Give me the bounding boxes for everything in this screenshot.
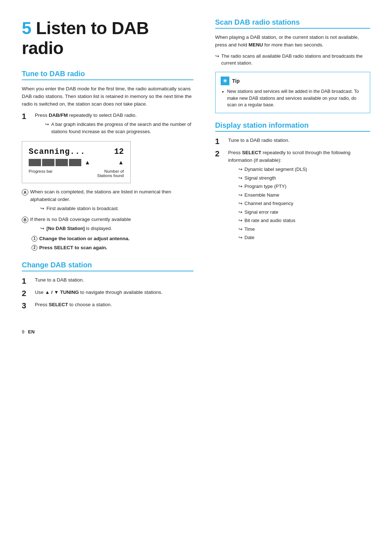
progress-block-1	[29, 159, 41, 166]
step1-arrow-text: A bar graph indicates the progress of th…	[51, 121, 193, 135]
tune-section: Tune to DAB radio When you enter the DAB…	[22, 70, 193, 253]
change-step1-text: Tune to a DAB station.	[35, 277, 84, 283]
circle-a-arrow-text: First available station is broadcast.	[46, 205, 119, 212]
footer: 9 EN	[22, 325, 193, 335]
left-column: 5 Listen to DAB radio Tune to DAB radio …	[22, 18, 197, 335]
circle-a-content: When scan is completed, the stations are…	[30, 188, 193, 213]
tune-steps: 1 Press DAB/FM repeatedly to select DAB …	[22, 112, 193, 136]
display-item-text: Date	[245, 234, 254, 241]
change-step3-text: Press SELECT to choose a station.	[35, 302, 112, 307]
circle-b-item: B If there is no DAB coverage currently …	[22, 216, 193, 253]
change-step3-content: Press SELECT to choose a station.	[35, 301, 193, 309]
change-step-3: 3 Press SELECT to choose a station.	[22, 301, 193, 311]
footer-lang: EN	[28, 329, 34, 335]
right-column: Scan DAB radio stations When playing a D…	[212, 18, 371, 335]
circle-a-item: A When scan is completed, the stations a…	[22, 188, 193, 213]
display-arrow-item: ↪Signal error rate	[228, 209, 371, 216]
display-step2-number: 2	[215, 149, 225, 159]
sub-circle-2: 2 Press SELECT to scan again.	[30, 244, 193, 252]
chapter-title: 5 Listen to DAB radio	[22, 18, 193, 58]
tune-section-title: Tune to DAB radio	[22, 70, 193, 80]
footer-page: 9	[22, 329, 24, 335]
circle-b-arrow: ↪ [No DAB Station] is displayed.	[30, 225, 193, 232]
arrow-sym: ↪	[238, 234, 242, 241]
display-section-title: Display station information	[215, 121, 371, 132]
display-arrow-item: ↪Program type (PTY)	[228, 183, 371, 190]
step1-number: 1	[22, 112, 32, 121]
scan-arrow: ↪ The radio scans all available DAB radi…	[215, 53, 371, 67]
display-item-text: Program type (PTY)	[245, 183, 287, 190]
tip-label: Tip	[232, 78, 240, 84]
circle-b-content: If there is no DAB coverage currently av…	[30, 216, 193, 253]
sub2-text: Press SELECT to scan again.	[39, 244, 107, 252]
circle-a-arrow: ↪ First available station is broadcast.	[30, 205, 193, 212]
circle-a-label: A	[22, 189, 28, 196]
display-item-text: Signal error rate	[245, 209, 278, 216]
display-arrow-item: ↪Signal strength	[228, 175, 371, 182]
scan-intro: When playing a DAB station, or the curre…	[215, 34, 371, 49]
arrow-sym: ↪	[238, 226, 242, 233]
display-item-text: Time	[245, 226, 255, 233]
scan-section: Scan DAB radio stations When playing a D…	[215, 18, 371, 113]
tip-text: New stations and services will be added …	[221, 88, 365, 108]
scanning-row: Scanning... 12	[29, 147, 124, 156]
display-item-text: Ensemble Name	[245, 192, 279, 199]
sub1-text: Change the location or adjust antenna.	[39, 235, 130, 243]
display-arrow-item: ↪Channel and frequency	[228, 200, 371, 207]
scanning-labels: Progress bar Number ofStations found	[29, 169, 124, 178]
progress-block-2	[42, 159, 54, 166]
display-item-text: Signal strength	[245, 175, 276, 182]
arrow-sym: ↪	[238, 166, 242, 173]
display-step1-number: 1	[215, 137, 225, 146]
chapter-number: 5	[22, 19, 31, 38]
display-step2-content: Press SELECT repeatedly to scroll throug…	[228, 149, 371, 242]
display-items-container: ↪Dynamic label segment (DLS)↪Signal stre…	[228, 166, 371, 241]
progress-bar-row: ▲ ▲	[29, 159, 124, 166]
change-step1-content: Tune to a DAB station.	[35, 276, 193, 284]
display-arrow-item: ↪Bit rate and audio status	[228, 217, 371, 224]
circle-b-text: If there is no DAB coverage currently av…	[30, 217, 131, 222]
arrow-sym: ↪	[238, 183, 242, 190]
arrow-sym: ↪	[238, 209, 242, 216]
circle-b-label: B	[22, 217, 28, 223]
arrow-sym: ↪	[238, 192, 242, 199]
circle-a-text: When scan is completed, the stations are…	[30, 189, 171, 202]
step1-content: Press DAB/FM repeatedly to select DAB ra…	[35, 112, 193, 136]
tip-header: ✳ Tip	[221, 77, 365, 85]
arrow-sym: ↪	[238, 217, 242, 224]
progress-block-3	[56, 159, 68, 166]
display-step1-content: Tune to a DAB radio station.	[228, 137, 371, 144]
change-section: Change DAB station 1 Tune to a DAB stati…	[22, 261, 193, 311]
display-section: Display station information 1 Tune to a …	[215, 121, 371, 242]
arrow-sym: ↪	[238, 175, 242, 182]
nested-circle-1: 1	[32, 236, 37, 242]
progress-block-4	[69, 159, 81, 166]
tune-intro: When you enter the DAB mode for the firs…	[22, 85, 193, 108]
display-arrow-item: ↪Time	[228, 226, 371, 233]
change-step1-number: 1	[22, 276, 32, 286]
tip-list-item: New stations and services will be added …	[227, 88, 365, 108]
change-step-2: 2 Use ▲ / ▼ TUNING to navigate through a…	[22, 289, 193, 298]
display-steps: 1 Tune to a DAB radio station. 2 Press S…	[215, 137, 371, 242]
change-step2-number: 2	[22, 289, 32, 298]
chapter-title-text: Listen to DAB radio	[22, 19, 149, 58]
step1-arrow: ↪ A bar graph indicates the progress of …	[35, 121, 193, 135]
circle-b-arrow-text: [No DAB Station] is displayed.	[46, 225, 112, 232]
display-item-text: Channel and frequency	[245, 200, 293, 207]
change-section-title: Change DAB station	[22, 261, 193, 271]
scan-section-title: Scan DAB radio stations	[215, 18, 371, 29]
display-step-1: 1 Tune to a DAB radio station.	[215, 137, 371, 146]
display-step2-text: Press SELECT repeatedly to scroll throug…	[228, 150, 351, 163]
change-step2-content: Use ▲ / ▼ TUNING to navigate through ava…	[35, 289, 193, 296]
change-step-1: 1 Tune to a DAB station.	[22, 276, 193, 286]
display-arrow-item: ↪Date	[228, 234, 371, 241]
step1-text: Press DAB/FM repeatedly to select DAB ra…	[35, 112, 137, 118]
change-step2-text: Use ▲ / ▼ TUNING to navigate through ava…	[35, 290, 163, 295]
scanning-number: 12	[114, 147, 124, 156]
nested-circle-2: 2	[32, 245, 37, 251]
change-step3-number: 3	[22, 301, 32, 311]
tip-icon: ✳	[221, 77, 229, 85]
display-arrow-item: ↪Ensemble Name	[228, 192, 371, 199]
arrow-up-right-icon: ▲	[118, 159, 124, 166]
display-step-2: 2 Press SELECT repeatedly to scroll thro…	[215, 149, 371, 242]
